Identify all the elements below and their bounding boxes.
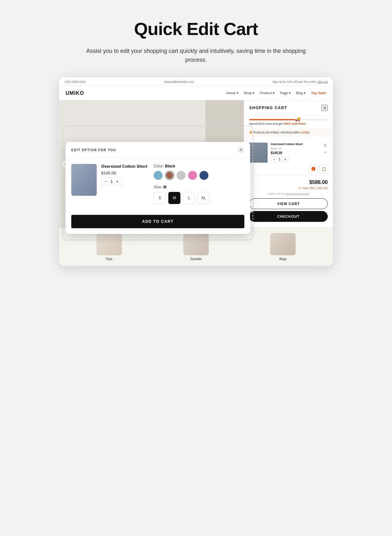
topbar-signup: Sign up for 10% off your first order: Si…	[272, 80, 328, 83]
category-bags-image	[270, 233, 296, 255]
nav-home[interactable]: Home ▾	[226, 91, 238, 95]
category-sandals-label: Sandals	[190, 257, 202, 261]
shipping-progress-track: 🚚	[249, 119, 328, 120]
modal-options-section: Color: Black Size: M	[154, 164, 244, 209]
color-swatch-pink[interactable]	[188, 171, 197, 180]
modal-product-image	[71, 164, 97, 196]
topbar-signup-link[interactable]: Sign Up	[318, 80, 328, 83]
quantity-control: − 1 +	[271, 157, 289, 162]
store-background: +222-1800-2628 Support@example.com Sign …	[59, 77, 333, 266]
cart-item-variant: Black / M	[271, 147, 328, 150]
terms-link[interactable]: terms and conditions	[286, 192, 309, 195]
urgency-countdown: 1m43s	[301, 131, 310, 134]
cart-icons-row: 🎁 📋	[244, 163, 333, 175]
cart-footer: $586.00 🏷 Sale Offer (-$65.00) I agree w…	[244, 175, 333, 228]
modal-quantity-control: − 1 +	[101, 177, 122, 186]
color-swatch-gray[interactable]	[177, 171, 186, 180]
category-tops-image	[96, 233, 122, 255]
nav-product[interactable]: Product ▾	[260, 91, 275, 95]
nav-links: Home ▾ Shop ▾ Product ▾ Page ▾ Blog ▾ To…	[226, 91, 326, 95]
modal-title: EDIT OPTION FOR YOU	[71, 148, 116, 152]
cart-sale-offer: 🏷 Sale Offer (-$65.00)	[249, 187, 328, 190]
size-l-button[interactable]: L	[183, 192, 195, 204]
color-label: Color: Black	[154, 164, 244, 168]
size-xl-button[interactable]: XL	[198, 192, 210, 204]
cart-items-list: Oversized Cotton Short Black / M $145.00…	[244, 136, 333, 163]
cart-item: Oversized Cotton Short Black / M $145.00…	[244, 139, 333, 163]
modal-product-info: Oversized Cotton Short $145.00 − 1 +	[101, 164, 147, 186]
topbar-support: Support@example.com	[164, 80, 194, 83]
edit-item-icon[interactable]: ✏	[323, 150, 328, 155]
color-swatch-blue[interactable]	[154, 171, 163, 180]
category-tops-label: Tops	[106, 257, 112, 261]
cart-item-details: Oversized Cotton Short Black / M $145.00…	[271, 143, 328, 162]
modal-product-name: Oversized Cotton Short	[101, 164, 147, 169]
modal-header: EDIT OPTION FOR YOU ✕	[66, 142, 250, 158]
size-m-button[interactable]: M	[168, 192, 180, 204]
cart-item-actions: 🗑 ✏	[323, 143, 328, 155]
modal-body: Oversized Cotton Short $145.00 − 1 + Col…	[66, 158, 250, 215]
checkout-button[interactable]: CHECKOUT	[249, 211, 328, 222]
cart-shipping-bar: 🚚 Spend $120 more and get FREE SHIPPING!	[244, 116, 333, 129]
view-cart-button[interactable]: VIEW CART	[249, 198, 328, 209]
page-subtitle: Assist you to edit your shopping cart qu…	[85, 46, 307, 65]
shipping-text: Spend $120 more and get FREE SHIPPING!	[249, 122, 328, 125]
color-swatches	[154, 171, 244, 180]
terms-text: I agree with the terms and conditions	[249, 192, 328, 195]
cart-item-price: $145.00	[271, 151, 328, 155]
shopping-cart-panel: SHOPPING CART ✕ 🚚 Spend $120 more and ge…	[244, 100, 333, 228]
modal-qty-decrease[interactable]: −	[105, 179, 107, 184]
size-option-row: Size: M S M L XL	[154, 185, 244, 204]
shipping-truck-icon: 🚚	[295, 116, 300, 122]
size-options: S M L XL	[154, 192, 244, 204]
color-swatch-navy[interactable]	[200, 171, 208, 180]
cart-item-name: Oversized Cotton Short	[271, 143, 328, 146]
cart-urgency-bar: 🔥 Products are limited, checkout within …	[244, 129, 333, 136]
delete-item-icon[interactable]: 🗑	[323, 143, 328, 148]
size-label: Size: M	[154, 185, 244, 189]
size-s-button[interactable]: S	[154, 192, 166, 204]
category-sandals[interactable]: Sandals	[183, 233, 209, 261]
edit-option-modal: EDIT OPTION FOR YOU ✕ Oversized Cotton S…	[66, 142, 250, 234]
mockup-wrapper: +222-1800-2628 Support@example.com Sign …	[59, 77, 333, 266]
category-bags[interactable]: Bags	[270, 233, 296, 261]
nav-blog[interactable]: Blog ▾	[296, 91, 306, 95]
modal-product-price: $145.00	[101, 171, 147, 175]
cart-total-amount: $586.00	[309, 180, 328, 185]
cart-total-row: $586.00	[249, 180, 328, 185]
page-title: Quick Edit Cart	[85, 19, 307, 39]
quantity-value: 1	[278, 158, 282, 161]
modal-qty-increase[interactable]: +	[116, 179, 118, 184]
modal-product-section: Oversized Cotton Short $145.00 − 1 +	[71, 164, 147, 209]
cart-item-image	[248, 143, 268, 163]
modal-close-button[interactable]: ✕	[237, 146, 244, 153]
cart-header: SHOPPING CART ✕	[244, 100, 333, 116]
quantity-decrease-button[interactable]: −	[273, 158, 275, 161]
store-nav: UMIKO Home ▾ Shop ▾ Product ▾ Page ▾ Blo…	[59, 86, 333, 100]
cart-title: SHOPPING CART	[249, 106, 287, 110]
modal-qty-value: 1	[110, 179, 113, 184]
quantity-increase-button[interactable]: +	[284, 158, 286, 161]
category-sandals-image	[183, 233, 209, 255]
add-to-cart-button[interactable]: ADD TO CART	[71, 215, 244, 228]
gift-icon[interactable]: 🎁	[309, 165, 318, 173]
color-option-row: Color: Black	[154, 164, 244, 180]
category-tops[interactable]: Tops	[96, 233, 122, 261]
nav-shop[interactable]: Shop ▾	[244, 91, 255, 95]
nav-page[interactable]: Page ▾	[280, 91, 291, 95]
nav-top-sale[interactable]: Top Sale!	[311, 91, 326, 95]
color-swatch-brown[interactable]	[165, 171, 174, 180]
category-bags-label: Bags	[279, 257, 287, 261]
product-image-dress	[248, 143, 268, 163]
cart-close-button[interactable]: ✕	[321, 105, 328, 111]
store-topbar: +222-1800-2628 Support@example.com Sign …	[59, 77, 333, 86]
shipping-progress-fill	[249, 119, 300, 120]
note-icon[interactable]: 📋	[319, 165, 328, 173]
topbar-phone: +222-1800-2628	[64, 80, 85, 83]
store-logo: UMIKO	[66, 90, 84, 96]
page-header: Quick Edit Cart Assist you to edit your …	[85, 19, 307, 65]
